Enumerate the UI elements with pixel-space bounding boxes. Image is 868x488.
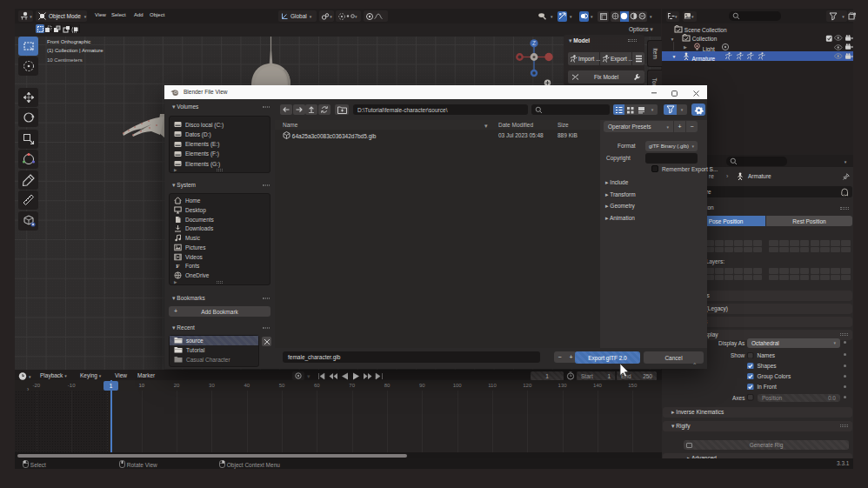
svg-text:Z: Z bbox=[532, 40, 536, 46]
